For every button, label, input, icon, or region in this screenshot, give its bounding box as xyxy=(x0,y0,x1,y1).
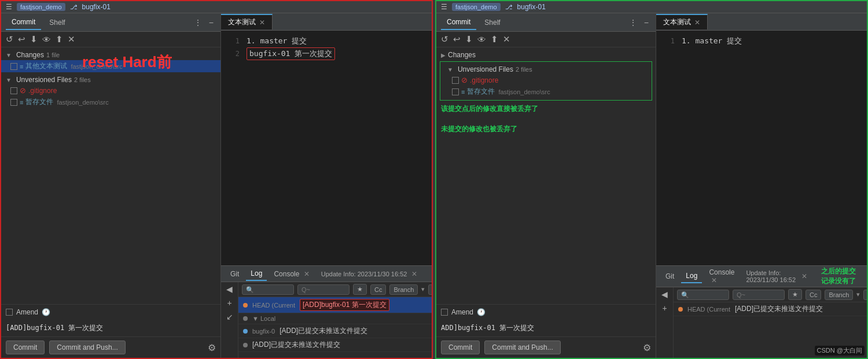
right-plus-icon[interactable]: + xyxy=(662,304,667,313)
right-changes-label: Changes xyxy=(448,51,476,59)
right-no-commits-note: 之后的提交记录没有了 xyxy=(821,267,862,286)
star-filter[interactable]: ★ xyxy=(353,284,367,295)
right-refresh-icon[interactable]: ↺ xyxy=(441,34,448,45)
log-item-branch[interactable]: bugfix-0 [ADD]已提交未推送文件提交 xyxy=(238,324,432,338)
download-icon[interactable]: ⬇ xyxy=(30,34,38,45)
user-filter[interactable]: User xyxy=(428,284,432,295)
line-2: 2 bugfix-01 第一次提交 xyxy=(228,47,425,61)
unversioned-file-cache[interactable]: ≡ 暂存文件 fastjson_demo\src xyxy=(1,96,220,108)
right-arrow-left-icon[interactable]: ◀ xyxy=(661,290,668,299)
left-panel-body: Commit Shelf ⋮ − ↺ ↩ ⬇ 👁 ⬆ ✕ ▼ Cha xyxy=(1,13,432,358)
log-item-head[interactable]: HEAD (Current [ADD]bugfix-01 第一次提交 xyxy=(238,297,432,313)
upload-icon[interactable]: ⬆ xyxy=(56,34,63,45)
amend-checkbox[interactable] xyxy=(6,309,13,316)
right-unversioned-header: ▼ Unversioned Files 2 files xyxy=(443,64,649,75)
right-git-tab-git[interactable]: Git xyxy=(661,270,679,283)
close-icon[interactable]: ✕ xyxy=(68,34,75,45)
tab-commit[interactable]: Commit xyxy=(6,15,41,30)
hamburger-icon[interactable]: ☰ xyxy=(6,3,12,11)
right-upload-icon[interactable]: ⬆ xyxy=(491,34,498,45)
log-dot-head xyxy=(243,303,248,308)
right-cache-checkbox[interactable] xyxy=(452,88,459,95)
right-editor-tab[interactable]: 文本测试 ✕ xyxy=(656,14,708,29)
right-eye-icon[interactable]: 👁 xyxy=(477,35,486,45)
commit-button[interactable]: Commit xyxy=(6,341,45,354)
settings-icon[interactable]: ⚙ xyxy=(208,342,216,353)
right-cc-filter[interactable]: Cc xyxy=(806,290,821,300)
git-tab-log[interactable]: Log xyxy=(246,267,267,281)
gitignore-checkbox[interactable] xyxy=(10,87,17,94)
right-commit-button[interactable]: Commit xyxy=(441,341,480,354)
right-more-options-icon[interactable]: ⋮ xyxy=(627,17,639,28)
right-close-icon[interactable]: ✕ xyxy=(503,34,510,45)
changed-file-item[interactable]: ≡ 其他文本测试 fastjson_demo\src xyxy=(1,60,220,72)
branch-filter[interactable]: Branch xyxy=(389,284,418,295)
right-line-1: 1 1. master 提交 xyxy=(663,35,860,47)
unversioned-header: ▼ Unversioned Files 2 files xyxy=(1,75,220,85)
commit-buttons-row: Commit Commit and Push... ⚙ xyxy=(1,336,220,358)
log-filter-input[interactable] xyxy=(297,284,350,295)
right-tab-commit[interactable]: Commit xyxy=(441,15,476,30)
right-log-search-input[interactable] xyxy=(677,290,729,300)
right-chevron-2-icon: ▼ xyxy=(447,66,453,73)
editor-tab-text-test[interactable]: 文本测试 ✕ xyxy=(221,14,273,29)
plus-icon[interactable]: + xyxy=(227,298,231,308)
log-search-input[interactable] xyxy=(242,284,294,295)
right-unversioned-gitignore[interactable]: ⊘ .gitignore xyxy=(443,75,649,86)
chevron-branch-icon: ▾ xyxy=(421,286,425,293)
log-item-local[interactable]: ▼ Local xyxy=(238,313,432,324)
left-project-label: fastjson_demo xyxy=(17,3,65,11)
undo-icon[interactable]: ↩ xyxy=(18,34,25,45)
right-console-close-icon[interactable]: ✕ xyxy=(711,276,717,284)
right-settings-icon[interactable]: ⚙ xyxy=(643,342,651,353)
right-log-filter-input[interactable] xyxy=(733,290,785,300)
minimize-icon[interactable]: − xyxy=(207,17,216,28)
left-editor-content: 1 1. master 提交 2 bugfix-01 第一次提交 xyxy=(221,31,432,265)
right-minimize-icon[interactable]: − xyxy=(642,17,651,28)
tab-shelf[interactable]: Shelf xyxy=(43,16,71,29)
filename: 其他文本测试 xyxy=(25,61,67,71)
log-dot-branch xyxy=(243,329,248,334)
unversioned-file-gitignore[interactable]: ⊘ .gitignore xyxy=(1,85,220,96)
right-branch-icon: ⎇ xyxy=(505,3,513,11)
more-options-icon[interactable]: ⋮ xyxy=(192,17,204,28)
console-close-icon[interactable]: ✕ xyxy=(304,270,310,278)
cc-filter[interactable]: Cc xyxy=(370,284,386,295)
commit-message[interactable]: [ADD]bugfix-01 第一次提交 xyxy=(1,320,220,336)
left-branch-name: bugfix-01 xyxy=(82,3,111,11)
cache-checkbox[interactable] xyxy=(10,99,17,106)
arrow-down-icon[interactable]: ↙ xyxy=(226,312,233,321)
right-cache-filename: 暂存文件 xyxy=(467,87,495,97)
right-commit-push-button[interactable]: Commit and Push... xyxy=(484,341,560,354)
right-log-item-head[interactable]: HEAD (Current [ADD]已提交未推送文件提交 xyxy=(674,302,867,316)
right-amend-checkbox[interactable] xyxy=(441,309,448,316)
arrow-left-icon[interactable]: ◀ xyxy=(226,284,233,294)
right-hamburger-icon[interactable]: ☰ xyxy=(441,3,447,11)
right-tab-shelf[interactable]: Shelf xyxy=(479,16,506,29)
right-gitignore-checkbox[interactable] xyxy=(452,77,459,84)
right-editor-tab-close-icon[interactable]: ✕ xyxy=(694,18,700,27)
update-info-close-icon[interactable]: ✕ xyxy=(411,270,417,278)
right-star-filter[interactable]: ★ xyxy=(788,289,802,300)
right-branch-filter[interactable]: Branch xyxy=(825,290,853,300)
log-branch-prefix: bugfix-0 xyxy=(252,328,275,335)
refresh-icon[interactable]: ↺ xyxy=(6,34,13,45)
right-user-filter[interactable]: User xyxy=(863,290,867,300)
right-unversioned-cache[interactable]: ≡ 暂存文件 fastjson_demo\src xyxy=(443,86,649,98)
commit-push-button[interactable]: Commit and Push... xyxy=(49,341,125,354)
eye-icon[interactable]: 👁 xyxy=(42,35,51,45)
right-download-icon[interactable]: ⬇ xyxy=(465,34,473,45)
right-git-tab-log[interactable]: Log xyxy=(681,269,702,283)
unversioned-label: Unversioned Files xyxy=(16,76,72,84)
log-item-extra[interactable]: [ADD]已提交未推送文件提交 xyxy=(238,338,432,352)
git-tab-git[interactable]: Git xyxy=(226,268,244,280)
right-undo-icon[interactable]: ↩ xyxy=(453,34,461,45)
right-update-close-icon[interactable]: ✕ xyxy=(801,272,807,280)
git-tab-console[interactable]: Console ✕ xyxy=(269,268,314,280)
right-git-tab-console[interactable]: Console ✕ xyxy=(704,266,739,287)
editor-tab-label: 文本测试 xyxy=(228,17,256,27)
file-checkbox[interactable] xyxy=(10,63,17,70)
right-commit-message[interactable]: ADD]bugfix-01 第一次提交 xyxy=(436,320,656,336)
left-panel: ☰ fastjson_demo ⎇ bugfix-01 reset Hard前 … xyxy=(0,0,433,359)
editor-tab-close-icon[interactable]: ✕ xyxy=(259,18,265,27)
